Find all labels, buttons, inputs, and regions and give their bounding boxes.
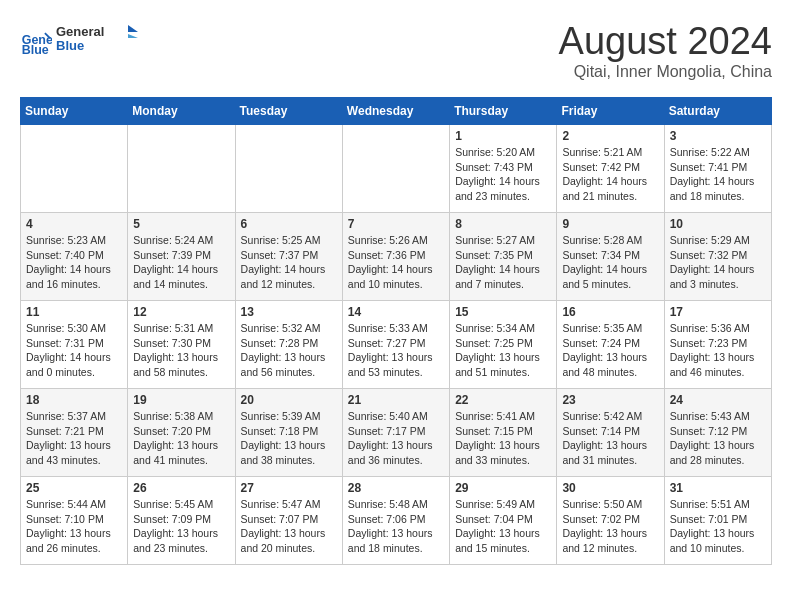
day-number: 6 [241, 217, 337, 231]
calendar-cell: 16Sunrise: 5:35 AM Sunset: 7:24 PM Dayli… [557, 301, 664, 389]
calendar-cell [128, 125, 235, 213]
calendar-cell: 3Sunrise: 5:22 AM Sunset: 7:41 PM Daylig… [664, 125, 771, 213]
calendar-cell: 20Sunrise: 5:39 AM Sunset: 7:18 PM Dayli… [235, 389, 342, 477]
day-number: 3 [670, 129, 766, 143]
day-number: 30 [562, 481, 658, 495]
calendar-cell: 11Sunrise: 5:30 AM Sunset: 7:31 PM Dayli… [21, 301, 128, 389]
day-info: Sunrise: 5:22 AM Sunset: 7:41 PM Dayligh… [670, 145, 766, 204]
day-info: Sunrise: 5:30 AM Sunset: 7:31 PM Dayligh… [26, 321, 122, 380]
day-info: Sunrise: 5:23 AM Sunset: 7:40 PM Dayligh… [26, 233, 122, 292]
day-header-tuesday: Tuesday [235, 98, 342, 125]
svg-marker-4 [128, 25, 138, 32]
day-info: Sunrise: 5:24 AM Sunset: 7:39 PM Dayligh… [133, 233, 229, 292]
svg-text:Blue: Blue [22, 43, 49, 57]
calendar-title-area: August 2024 Qitai, Inner Mongolia, China [559, 20, 772, 81]
day-headers-row: SundayMondayTuesdayWednesdayThursdayFrid… [21, 98, 772, 125]
calendar-cell: 28Sunrise: 5:48 AM Sunset: 7:06 PM Dayli… [342, 477, 449, 565]
logo: General Blue General Blue [20, 20, 146, 64]
day-number: 2 [562, 129, 658, 143]
day-info: Sunrise: 5:34 AM Sunset: 7:25 PM Dayligh… [455, 321, 551, 380]
calendar-cell [21, 125, 128, 213]
day-info: Sunrise: 5:36 AM Sunset: 7:23 PM Dayligh… [670, 321, 766, 380]
svg-marker-5 [128, 34, 138, 38]
calendar-cell: 5Sunrise: 5:24 AM Sunset: 7:39 PM Daylig… [128, 213, 235, 301]
day-number: 8 [455, 217, 551, 231]
calendar-title: August 2024 [559, 20, 772, 63]
page-header: General Blue General Blue August 2024 Qi… [20, 20, 772, 81]
day-info: Sunrise: 5:28 AM Sunset: 7:34 PM Dayligh… [562, 233, 658, 292]
day-info: Sunrise: 5:38 AM Sunset: 7:20 PM Dayligh… [133, 409, 229, 468]
day-number: 25 [26, 481, 122, 495]
calendar-week-1: 1Sunrise: 5:20 AM Sunset: 7:43 PM Daylig… [21, 125, 772, 213]
day-info: Sunrise: 5:25 AM Sunset: 7:37 PM Dayligh… [241, 233, 337, 292]
day-header-thursday: Thursday [450, 98, 557, 125]
day-number: 20 [241, 393, 337, 407]
day-info: Sunrise: 5:26 AM Sunset: 7:36 PM Dayligh… [348, 233, 444, 292]
calendar-week-5: 25Sunrise: 5:44 AM Sunset: 7:10 PM Dayli… [21, 477, 772, 565]
day-number: 31 [670, 481, 766, 495]
day-number: 11 [26, 305, 122, 319]
calendar-cell: 4Sunrise: 5:23 AM Sunset: 7:40 PM Daylig… [21, 213, 128, 301]
calendar-cell: 22Sunrise: 5:41 AM Sunset: 7:15 PM Dayli… [450, 389, 557, 477]
calendar-cell: 29Sunrise: 5:49 AM Sunset: 7:04 PM Dayli… [450, 477, 557, 565]
day-info: Sunrise: 5:39 AM Sunset: 7:18 PM Dayligh… [241, 409, 337, 468]
svg-text:General: General [56, 24, 104, 39]
calendar-cell: 9Sunrise: 5:28 AM Sunset: 7:34 PM Daylig… [557, 213, 664, 301]
day-info: Sunrise: 5:20 AM Sunset: 7:43 PM Dayligh… [455, 145, 551, 204]
calendar-cell: 30Sunrise: 5:50 AM Sunset: 7:02 PM Dayli… [557, 477, 664, 565]
day-number: 16 [562, 305, 658, 319]
day-number: 5 [133, 217, 229, 231]
calendar-cell: 23Sunrise: 5:42 AM Sunset: 7:14 PM Dayli… [557, 389, 664, 477]
day-number: 15 [455, 305, 551, 319]
calendar-cell: 12Sunrise: 5:31 AM Sunset: 7:30 PM Dayli… [128, 301, 235, 389]
calendar-cell: 17Sunrise: 5:36 AM Sunset: 7:23 PM Dayli… [664, 301, 771, 389]
day-number: 28 [348, 481, 444, 495]
calendar-cell: 31Sunrise: 5:51 AM Sunset: 7:01 PM Dayli… [664, 477, 771, 565]
calendar-week-3: 11Sunrise: 5:30 AM Sunset: 7:31 PM Dayli… [21, 301, 772, 389]
calendar-cell: 27Sunrise: 5:47 AM Sunset: 7:07 PM Dayli… [235, 477, 342, 565]
day-number: 19 [133, 393, 229, 407]
day-info: Sunrise: 5:42 AM Sunset: 7:14 PM Dayligh… [562, 409, 658, 468]
day-info: Sunrise: 5:47 AM Sunset: 7:07 PM Dayligh… [241, 497, 337, 556]
day-header-friday: Friday [557, 98, 664, 125]
day-number: 7 [348, 217, 444, 231]
general-blue-logo: General Blue [56, 20, 146, 60]
day-info: Sunrise: 5:50 AM Sunset: 7:02 PM Dayligh… [562, 497, 658, 556]
day-number: 21 [348, 393, 444, 407]
calendar-cell: 21Sunrise: 5:40 AM Sunset: 7:17 PM Dayli… [342, 389, 449, 477]
day-info: Sunrise: 5:37 AM Sunset: 7:21 PM Dayligh… [26, 409, 122, 468]
day-number: 23 [562, 393, 658, 407]
day-info: Sunrise: 5:32 AM Sunset: 7:28 PM Dayligh… [241, 321, 337, 380]
calendar-cell: 25Sunrise: 5:44 AM Sunset: 7:10 PM Dayli… [21, 477, 128, 565]
day-number: 1 [455, 129, 551, 143]
day-number: 27 [241, 481, 337, 495]
day-header-monday: Monday [128, 98, 235, 125]
day-info: Sunrise: 5:45 AM Sunset: 7:09 PM Dayligh… [133, 497, 229, 556]
day-number: 26 [133, 481, 229, 495]
day-info: Sunrise: 5:35 AM Sunset: 7:24 PM Dayligh… [562, 321, 658, 380]
day-info: Sunrise: 5:48 AM Sunset: 7:06 PM Dayligh… [348, 497, 444, 556]
day-header-sunday: Sunday [21, 98, 128, 125]
calendar-week-4: 18Sunrise: 5:37 AM Sunset: 7:21 PM Dayli… [21, 389, 772, 477]
day-info: Sunrise: 5:51 AM Sunset: 7:01 PM Dayligh… [670, 497, 766, 556]
day-info: Sunrise: 5:27 AM Sunset: 7:35 PM Dayligh… [455, 233, 551, 292]
calendar-cell: 26Sunrise: 5:45 AM Sunset: 7:09 PM Dayli… [128, 477, 235, 565]
day-info: Sunrise: 5:33 AM Sunset: 7:27 PM Dayligh… [348, 321, 444, 380]
calendar-cell: 24Sunrise: 5:43 AM Sunset: 7:12 PM Dayli… [664, 389, 771, 477]
day-number: 24 [670, 393, 766, 407]
day-info: Sunrise: 5:29 AM Sunset: 7:32 PM Dayligh… [670, 233, 766, 292]
day-header-wednesday: Wednesday [342, 98, 449, 125]
day-number: 13 [241, 305, 337, 319]
day-number: 22 [455, 393, 551, 407]
day-number: 29 [455, 481, 551, 495]
day-info: Sunrise: 5:44 AM Sunset: 7:10 PM Dayligh… [26, 497, 122, 556]
day-info: Sunrise: 5:49 AM Sunset: 7:04 PM Dayligh… [455, 497, 551, 556]
day-info: Sunrise: 5:41 AM Sunset: 7:15 PM Dayligh… [455, 409, 551, 468]
day-number: 12 [133, 305, 229, 319]
calendar-cell: 8Sunrise: 5:27 AM Sunset: 7:35 PM Daylig… [450, 213, 557, 301]
calendar-cell: 19Sunrise: 5:38 AM Sunset: 7:20 PM Dayli… [128, 389, 235, 477]
calendar-subtitle: Qitai, Inner Mongolia, China [559, 63, 772, 81]
day-info: Sunrise: 5:43 AM Sunset: 7:12 PM Dayligh… [670, 409, 766, 468]
calendar-cell [342, 125, 449, 213]
calendar-cell: 1Sunrise: 5:20 AM Sunset: 7:43 PM Daylig… [450, 125, 557, 213]
